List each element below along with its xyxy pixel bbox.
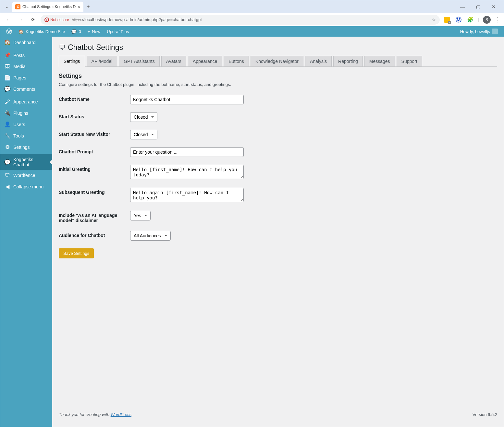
tab-gpt-assistants[interactable]: GPT Assistants — [119, 56, 159, 67]
sidebar-item-kognetiks-chatbot[interactable]: 💬Kognetiks Chatbot — [0, 154, 52, 170]
appearance-icon: 🖌 — [4, 99, 11, 105]
page-title-icon: 🗨 — [59, 44, 65, 51]
address-bar: ← → ⟳ ! Not secure https://localhost/wpd… — [0, 13, 504, 26]
browser-tab[interactable]: X Chatbot Settings ‹ Kognetiks D × — [12, 2, 83, 12]
sidebar-item-posts[interactable]: 📌Posts — [0, 50, 52, 61]
select-start-status[interactable]: Closed — [130, 112, 157, 122]
sidebar-item-appearance[interactable]: 🖌Appearance — [0, 96, 52, 107]
url-input[interactable]: ! Not secure https://localhost/wpdemo/wp… — [41, 15, 440, 25]
browser-menu-icon[interactable]: ⋮ — [495, 16, 500, 23]
label-initial-greeting: Initial Greeting — [59, 165, 130, 180]
posts-icon: 📌 — [4, 52, 11, 58]
settings-tabs: Settings API/Model GPT Assistants Avatar… — [59, 56, 497, 67]
tab-api-model[interactable]: API/Model — [87, 56, 117, 67]
maximize-button[interactable]: ▢ — [473, 2, 483, 12]
howdy-link[interactable]: Howdy, howelljs — [457, 29, 501, 34]
sidebar-item-comments[interactable]: 💬Comments — [0, 83, 52, 95]
extension-icon-1[interactable] — [443, 16, 451, 24]
select-audience[interactable]: All Audiences — [130, 231, 171, 241]
wp-logo-button[interactable]: ⓦ — [3, 26, 15, 37]
minimize-button[interactable]: — — [458, 2, 467, 12]
input-chatbot-name[interactable] — [130, 95, 244, 104]
tools-icon: 🔧 — [4, 133, 11, 139]
forward-button[interactable]: → — [16, 15, 25, 24]
reload-button[interactable]: ⟳ — [28, 15, 37, 24]
back-button[interactable]: ← — [4, 15, 13, 24]
label-subsequent-greeting: Subsequent Greeting — [59, 188, 130, 203]
comments-link[interactable]: 💬 0 — [68, 26, 84, 37]
chatbot-icon: 💬 — [4, 159, 11, 165]
section-title: Settings — [59, 73, 497, 79]
wp-adminbar: ⓦ 🏠 Kognetiks Demo Site 💬 0 + New Updraf… — [0, 26, 504, 37]
section-desc: Configure settings for the Chatbot plugi… — [59, 82, 497, 87]
dashboard-icon: 🏠 — [4, 39, 11, 45]
tab-support[interactable]: Support — [397, 56, 422, 67]
tab-favicon-icon: X — [15, 4, 20, 9]
tab-knowledge-navigator[interactable]: Knowledge Navigator — [251, 56, 303, 67]
pages-icon: 📄 — [4, 75, 11, 81]
profile-button[interactable]: S — [483, 16, 491, 24]
extensions-icon[interactable]: 🧩 — [466, 16, 474, 24]
avatar-icon — [492, 29, 498, 34]
close-tab-icon[interactable]: × — [78, 4, 80, 9]
sidebar-item-dashboard[interactable]: 🏠Dashboard — [0, 37, 52, 48]
sidebar-item-users[interactable]: 👤Users — [0, 119, 52, 130]
updraft-link[interactable]: UpdraftPlus — [104, 26, 132, 37]
sidebar-item-media[interactable]: 🖼Media — [0, 61, 52, 72]
wordpress-link[interactable]: WordPress — [111, 412, 131, 417]
url-text: https://localhost/wpdemo/wp-admin/admin.… — [72, 17, 202, 22]
sidebar-item-wordfence[interactable]: 🛡Wordfence — [0, 170, 52, 181]
new-content-link[interactable]: + New — [84, 26, 104, 37]
page-title: Chatbot Settings — [68, 43, 123, 52]
collapse-icon: ◀ — [4, 184, 11, 190]
admin-sidebar: 🏠Dashboard 📌Posts 🖼Media 📄Pages 💬Comment… — [0, 37, 52, 427]
new-tab-button[interactable]: + — [87, 4, 90, 10]
wordfence-icon: 🛡 — [4, 172, 11, 178]
media-icon: 🖼 — [4, 64, 11, 69]
main-content: 🗨 Chatbot Settings Settings API/Model GP… — [52, 37, 504, 427]
tab-avatars[interactable]: Avatars — [161, 56, 186, 67]
browser-titlebar: ⌄ X Chatbot Settings ‹ Kognetiks D × + —… — [0, 0, 504, 13]
textarea-subsequent-greeting[interactable]: Hello again [first_name]! How can I help… — [130, 188, 244, 202]
tab-title: Chatbot Settings ‹ Kognetiks D — [22, 5, 76, 9]
sidebar-item-pages[interactable]: 📄Pages — [0, 72, 52, 83]
label-start-status: Start Status — [59, 112, 130, 122]
input-chatbot-prompt[interactable] — [130, 147, 244, 157]
sidebar-item-plugins[interactable]: 🔌Plugins — [0, 107, 52, 119]
tab-appearance[interactable]: Appearance — [188, 56, 222, 67]
tab-analysis[interactable]: Analysis — [305, 56, 332, 67]
tab-reporting[interactable]: Reporting — [333, 56, 363, 67]
footer: Thank you for creating with WordPress. V… — [59, 406, 497, 420]
sidebar-item-settings[interactable]: ⚙Settings — [0, 141, 52, 153]
tab-settings[interactable]: Settings — [59, 56, 85, 67]
not-secure-badge[interactable]: ! Not secure — [44, 18, 69, 22]
select-start-status-new[interactable]: Closed — [130, 130, 157, 139]
tab-dropdown-icon[interactable]: ⌄ — [3, 3, 11, 11]
bookmark-icon[interactable]: ☆ — [432, 17, 436, 22]
label-start-status-new: Start Status New Visitor — [59, 130, 130, 139]
plugins-icon: 🔌 — [4, 110, 11, 116]
close-window-button[interactable]: ✕ — [489, 2, 498, 12]
textarea-initial-greeting[interactable]: Hello [first_name]! How can I help you t… — [130, 165, 244, 179]
label-chatbot-name: Chatbot Name — [59, 95, 130, 104]
version-text: Version 6.5.2 — [473, 412, 497, 417]
tab-messages[interactable]: Messages — [364, 56, 395, 67]
sidebar-item-tools[interactable]: 🔧Tools — [0, 130, 52, 141]
site-name-link[interactable]: 🏠 Kognetiks Demo Site — [15, 26, 68, 37]
tab-buttons[interactable]: Buttons — [224, 56, 249, 67]
label-chatbot-prompt: Chatbot Prompt — [59, 147, 130, 157]
users-icon: 👤 — [4, 121, 11, 127]
label-audience: Audience for Chatbot — [59, 231, 130, 241]
comments-icon: 💬 — [4, 86, 11, 92]
sidebar-item-collapse[interactable]: ◀Collapse menu — [0, 181, 52, 192]
select-disclaimer[interactable]: Yes — [130, 211, 151, 220]
save-button[interactable]: Save Settings — [59, 248, 94, 258]
settings-icon: ⚙ — [4, 144, 11, 150]
warning-icon: ! — [44, 18, 49, 22]
extension-icon-2[interactable]: Ⓜ — [455, 16, 462, 24]
label-disclaimer: Include "As an AI language model" discla… — [59, 211, 130, 223]
